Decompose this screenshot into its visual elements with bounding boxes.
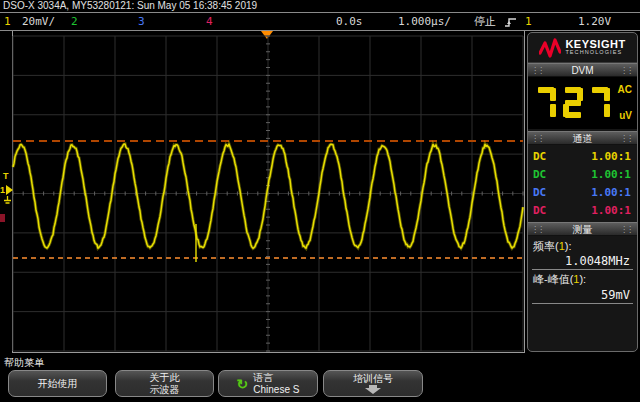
measurement-1-label: 频率(1): xyxy=(533,240,572,253)
dvm-coupling: AC xyxy=(618,84,632,95)
menu-title: 帮助菜单 xyxy=(4,356,44,370)
keysight-wave-icon xyxy=(539,38,561,58)
measure-separator xyxy=(532,269,633,270)
softkey-about-scope[interactable]: 关于此 示波器 xyxy=(115,370,214,397)
dvm-unit: uV xyxy=(619,110,632,121)
grip-icon: ⋮⋮ xyxy=(531,223,543,237)
oscilloscope-screen: DSO-X 3034A, MY53280121: Sun May 05 16:3… xyxy=(0,0,640,402)
keysight-logo: KEYSIGHT TECHNOLOGIES xyxy=(528,33,637,63)
softkey-training-signals[interactable]: 培训信号 xyxy=(323,370,423,397)
measure-panel-header[interactable]: ⋮⋮ 测量 ⋮⋮ xyxy=(528,222,637,236)
measurement-2-label: 峰-峰值(1): xyxy=(533,273,586,286)
trigger-time-marker[interactable]: T xyxy=(3,172,9,181)
grip-icon: ⋮⋮ xyxy=(620,64,632,78)
softkey-getting-started[interactable]: 开始使用 xyxy=(8,370,107,397)
grip-icon: ⋮⋮ xyxy=(620,223,632,237)
training-down-arrow-icon xyxy=(364,385,382,394)
dvm-seven-segment-value xyxy=(536,87,610,118)
grip-icon: ⋮⋮ xyxy=(531,64,543,78)
ch1-marker-arrow-icon xyxy=(6,185,13,195)
measurement-1-value: 1.0048MHz xyxy=(565,255,630,268)
channel-row-1: DC 1.00:1 xyxy=(528,148,637,166)
dvm-readout: AC uV xyxy=(528,77,637,129)
grip-icon: ⋮⋮ xyxy=(531,132,543,146)
channel-row-3: DC 1.00:1 xyxy=(528,184,637,202)
channel-row-2: DC 1.00:1 xyxy=(528,166,637,184)
softkey-language[interactable]: ↻ 语言 Chinese S xyxy=(218,370,318,397)
measure-separator xyxy=(532,303,633,304)
dvm-panel-header[interactable]: ⋮⋮ DVM ⋮⋮ xyxy=(528,63,637,77)
language-cycle-icon: ↻ xyxy=(237,378,249,390)
channels-panel-header[interactable]: ⋮⋮ 通道 ⋮⋮ xyxy=(528,131,637,145)
brand-subtitle: TECHNOLOGIES xyxy=(565,50,625,56)
grip-icon: ⋮⋮ xyxy=(620,132,632,146)
ground-symbol-icon xyxy=(3,196,12,207)
trigger-level-marker[interactable] xyxy=(0,214,5,222)
channel-row-4: DC 1.00:1 xyxy=(528,202,637,220)
ch1-ground-marker[interactable]: 1 xyxy=(0,185,13,195)
info-sidebar: KEYSIGHT TECHNOLOGIES ⋮⋮ DVM ⋮⋮ AC uV ⋮⋮… xyxy=(527,32,638,352)
measurement-2-value: 59mV xyxy=(601,289,630,302)
